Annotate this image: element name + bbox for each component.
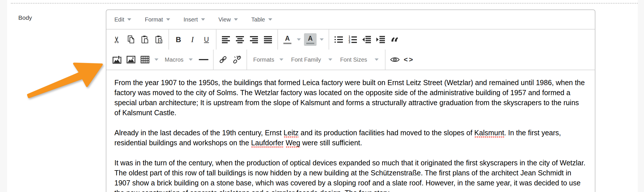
form-row-divider: [11, 3, 638, 4]
chevron-down-icon: [201, 18, 205, 21]
text-color-swatch: A: [283, 35, 291, 44]
table-menu-button[interactable]: [152, 51, 160, 68]
chevron-down-icon: [154, 58, 158, 61]
paste-as-text-icon: T: [155, 35, 163, 44]
macros-label: Macros: [165, 56, 184, 63]
font-family-dropdown[interactable]: Font Family: [288, 51, 336, 68]
insert-image-icon: [112, 55, 122, 64]
font-sizes-label: Font Sizes: [340, 56, 367, 63]
chevron-down-icon: [166, 18, 170, 21]
copy-button[interactable]: [124, 31, 138, 48]
misspelled-word[interactable]: Leitz: [284, 129, 299, 138]
table-button[interactable]: [138, 51, 152, 68]
source-code-icon: <>: [404, 56, 414, 64]
align-right-button[interactable]: [247, 31, 261, 48]
numbered-list-button[interactable]: 123: [346, 31, 359, 48]
text-segment: From the year 1907 to the 1950s, the bui…: [114, 79, 585, 117]
horizontal-rule-icon: [199, 59, 208, 60]
misspelled-word[interactable]: Laufdorfer: [251, 139, 284, 148]
preview-button[interactable]: [388, 51, 401, 68]
background-color-menu-button[interactable]: [318, 31, 326, 48]
cut-icon: ✂: [112, 36, 121, 43]
annotation-arrow: [25, 60, 108, 101]
text-segment: were still sufficient.: [300, 139, 362, 147]
menu-item-view[interactable]: View: [218, 16, 238, 23]
misspelled-word[interactable]: Weg: [286, 139, 300, 148]
macros-dropdown[interactable]: Macros: [161, 51, 196, 68]
page: { "field_label": "Body", "menubar": { "i…: [0, 0, 644, 192]
numbered-list-icon: 123: [348, 36, 357, 44]
svg-text:3: 3: [349, 41, 350, 44]
bold-glyph: B: [176, 35, 181, 44]
body-paragraph[interactable]: From the year 1907 to the 1950s, the bui…: [114, 78, 587, 118]
font-sizes-dropdown[interactable]: Font Sizes: [337, 51, 382, 68]
menu-item-table[interactable]: Table: [251, 16, 272, 23]
svg-text:T: T: [159, 40, 162, 43]
justify-button[interactable]: [261, 31, 275, 48]
menu-item-insert[interactable]: Insert: [184, 16, 205, 23]
link-icon: [218, 55, 228, 64]
chevron-down-icon: [234, 18, 238, 21]
text-segment: Already in the last decades of the 19th …: [114, 129, 284, 137]
unlink-icon: [232, 55, 242, 64]
bold-button[interactable]: B: [172, 31, 185, 48]
cut-button[interactable]: ✂: [110, 31, 124, 48]
formats-label: Formats: [253, 56, 274, 63]
menu-item-label: Table: [251, 16, 265, 23]
outdent-icon: [362, 36, 371, 44]
indent-button[interactable]: [374, 31, 387, 48]
clipboard-group: ✂: [108, 30, 168, 50]
italic-glyph: I: [191, 35, 194, 44]
text-segment: and its production facilities had moved …: [299, 129, 474, 137]
toolbar-row-2: Macros: [106, 50, 595, 70]
blockquote-button[interactable]: “: [388, 31, 401, 48]
formats-dropdown[interactable]: Formats: [250, 51, 287, 68]
indent-icon: [376, 36, 385, 44]
chevron-down-icon: [297, 38, 301, 41]
outdent-button[interactable]: [360, 31, 373, 48]
misspelled-word[interactable]: Kalsmunt: [474, 129, 504, 138]
menu-item-label: View: [218, 16, 231, 23]
underline-glyph: U: [204, 36, 209, 44]
bullet-list-button[interactable]: [332, 31, 345, 48]
menu-item-format[interactable]: Format: [145, 16, 170, 23]
body-paragraph[interactable]: Already in the last decades of the 19th …: [114, 128, 587, 148]
body-paragraph[interactable]: It was in the turn of the century, when …: [114, 158, 587, 192]
align-right-icon: [250, 36, 258, 43]
insert-link-button[interactable]: [216, 51, 230, 68]
toolbar-row-1: ✂: [106, 30, 595, 50]
chevron-down-icon: [375, 58, 379, 61]
align-center-button[interactable]: [233, 31, 247, 48]
text-color-menu-button[interactable]: [295, 31, 303, 48]
image-icon: [126, 56, 136, 64]
image-button[interactable]: [124, 51, 138, 68]
background-color-button[interactable]: A: [304, 31, 317, 48]
align-left-icon: [222, 36, 230, 43]
preview-eye-icon: [390, 56, 400, 63]
source-code-button[interactable]: <>: [402, 51, 416, 68]
copy-icon: [127, 35, 135, 44]
underline-button[interactable]: U: [200, 31, 213, 48]
color-group: A A: [278, 30, 329, 50]
rich-text-editor: EditFormatInsertViewTable ✂: [106, 9, 595, 192]
paste-as-text-button[interactable]: T: [152, 31, 166, 48]
chevron-down-icon: [189, 58, 193, 61]
bullet-list-icon: [334, 36, 343, 44]
table-icon: [140, 56, 150, 64]
horizontal-rule-button[interactable]: [197, 51, 210, 68]
chevron-down-icon: [279, 58, 283, 61]
editor-content[interactable]: From the year 1907 to the 1950s, the bui…: [106, 70, 595, 192]
menu-item-label: Format: [145, 16, 163, 23]
remove-link-button[interactable]: [230, 51, 244, 68]
insert-image-button[interactable]: [110, 51, 124, 68]
text-color-button[interactable]: A: [281, 31, 294, 48]
italic-button[interactable]: I: [186, 31, 199, 48]
paste-icon: [141, 35, 149, 44]
paste-button[interactable]: [138, 31, 152, 48]
field-label-body: Body: [18, 14, 32, 21]
align-left-button[interactable]: [219, 31, 232, 48]
list-indent-group: 123 “: [329, 30, 404, 50]
toolbar-panel: ✂: [106, 30, 595, 70]
menubar: EditFormatInsertViewTable: [106, 10, 595, 30]
menu-item-edit[interactable]: Edit: [114, 16, 131, 23]
